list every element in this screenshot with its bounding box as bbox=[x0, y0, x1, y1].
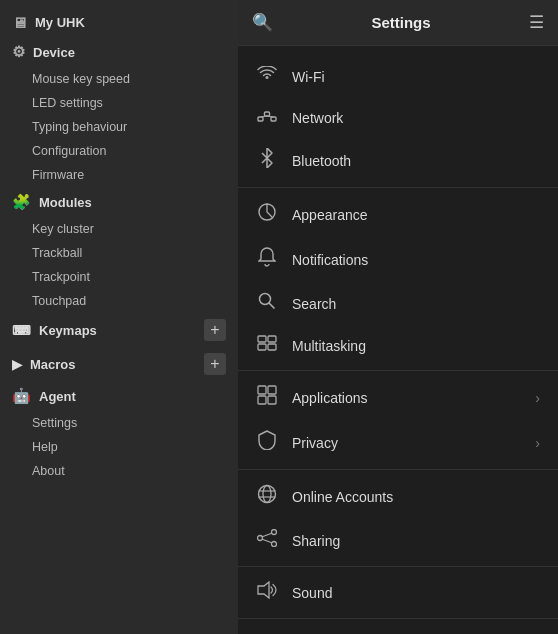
settings-group-network: Wi-Fi Network bbox=[238, 52, 558, 188]
sidebar-modules-label: Modules bbox=[39, 195, 92, 210]
svg-rect-13 bbox=[268, 386, 276, 394]
svg-point-22 bbox=[272, 542, 277, 547]
sidebar-item-typing-behaviour[interactable]: Typing behaviour bbox=[0, 115, 238, 139]
svg-marker-25 bbox=[258, 582, 269, 598]
sidebar-item-help[interactable]: Help bbox=[0, 435, 238, 459]
sidebar-keymaps[interactable]: ⌨ Keymaps bbox=[12, 323, 97, 338]
sidebar-item-configuration[interactable]: Configuration bbox=[0, 139, 238, 163]
svg-point-17 bbox=[263, 486, 271, 503]
sidebar-item-about[interactable]: About bbox=[0, 459, 238, 483]
macros-icon: ▶ bbox=[12, 357, 22, 372]
settings-row-notifications[interactable]: Notifications bbox=[238, 237, 558, 282]
svg-line-3 bbox=[261, 116, 268, 117]
wifi-label: Wi-Fi bbox=[292, 69, 540, 85]
sidebar-macros-section: ▶ Macros + bbox=[0, 347, 238, 381]
topbar-title: Settings bbox=[283, 14, 519, 31]
svg-line-24 bbox=[262, 539, 271, 542]
wifi-icon bbox=[256, 66, 278, 87]
svg-rect-8 bbox=[258, 336, 266, 342]
sidebar-modules[interactable]: 🧩 Modules bbox=[0, 187, 238, 217]
sidebar-item-touchpad[interactable]: Touchpad bbox=[0, 289, 238, 313]
settings-row-search[interactable]: Search bbox=[238, 282, 558, 325]
svg-rect-2 bbox=[271, 117, 276, 121]
svg-rect-1 bbox=[265, 112, 270, 116]
sidebar-keymaps-section: ⌨ Keymaps + bbox=[0, 313, 238, 347]
svg-point-21 bbox=[272, 530, 277, 535]
svg-rect-15 bbox=[268, 396, 276, 404]
svg-point-20 bbox=[258, 536, 263, 541]
online-accounts-icon bbox=[256, 484, 278, 509]
privacy-icon bbox=[256, 430, 278, 455]
topbar-search-icon[interactable]: 🔍 bbox=[252, 12, 273, 33]
privacy-label: Privacy bbox=[292, 435, 521, 451]
sidebar-item-mouse-key-speed[interactable]: Mouse key speed bbox=[0, 67, 238, 91]
notifications-label: Notifications bbox=[292, 252, 540, 268]
sidebar-macros[interactable]: ▶ Macros bbox=[12, 357, 76, 372]
applications-label: Applications bbox=[292, 390, 521, 406]
sidebar-item-trackball[interactable]: Trackball bbox=[0, 241, 238, 265]
sidebar-item-firmware[interactable]: Firmware bbox=[0, 163, 238, 187]
svg-rect-11 bbox=[268, 344, 276, 350]
agent-icon: 🤖 bbox=[12, 387, 31, 405]
settings-row-sound[interactable]: Sound bbox=[238, 571, 558, 614]
svg-line-23 bbox=[262, 533, 271, 536]
svg-line-4 bbox=[267, 116, 274, 117]
svg-rect-14 bbox=[258, 396, 266, 404]
sidebar-device[interactable]: ⚙ Device bbox=[0, 37, 238, 67]
settings-row-network[interactable]: Network bbox=[238, 97, 558, 138]
sidebar-item-key-cluster[interactable]: Key cluster bbox=[0, 217, 238, 241]
svg-rect-10 bbox=[258, 344, 266, 350]
settings-row-online-accounts[interactable]: Online Accounts bbox=[238, 474, 558, 519]
svg-line-7 bbox=[269, 303, 274, 308]
sidebar-item-trackpoint[interactable]: Trackpoint bbox=[0, 265, 238, 289]
sidebar-agent[interactable]: 🤖 Agent bbox=[0, 381, 238, 411]
device-icon: ⚙ bbox=[12, 43, 25, 61]
settings-row-bluetooth[interactable]: Bluetooth bbox=[238, 138, 558, 183]
topbar: 🔍 Settings ☰ bbox=[238, 0, 558, 46]
sidebar: 🖥 My UHK ⚙ Device Mouse key speed LED se… bbox=[0, 0, 238, 634]
applications-chevron-icon: › bbox=[535, 390, 540, 406]
svg-rect-9 bbox=[268, 336, 276, 342]
appearance-icon bbox=[256, 202, 278, 227]
modules-icon: 🧩 bbox=[12, 193, 31, 211]
settings-row-applications[interactable]: Applications › bbox=[238, 375, 558, 420]
network-label: Network bbox=[292, 110, 540, 126]
settings-row-appearance[interactable]: Appearance bbox=[238, 192, 558, 237]
svg-rect-12 bbox=[258, 386, 266, 394]
sidebar-item-settings[interactable]: Settings bbox=[0, 411, 238, 435]
search-label: Search bbox=[292, 296, 540, 312]
sidebar-device-label: Device bbox=[33, 45, 75, 60]
privacy-chevron-icon: › bbox=[535, 435, 540, 451]
settings-row-multitasking[interactable]: Multitasking bbox=[238, 325, 558, 366]
sound-label: Sound bbox=[292, 585, 540, 601]
svg-point-16 bbox=[259, 486, 276, 503]
add-keymap-button[interactable]: + bbox=[204, 319, 226, 341]
bluetooth-icon bbox=[256, 148, 278, 173]
sidebar-keymaps-label: Keymaps bbox=[39, 323, 97, 338]
keymaps-icon: ⌨ bbox=[12, 323, 31, 338]
uhk-icon: 🖥 bbox=[12, 14, 27, 31]
main-panel: 🔍 Settings ☰ Wi-Fi bbox=[238, 0, 558, 634]
sidebar-my-uhk-label: My UHK bbox=[35, 15, 85, 30]
network-icon bbox=[256, 107, 278, 128]
applications-icon bbox=[256, 385, 278, 410]
bluetooth-label: Bluetooth bbox=[292, 153, 540, 169]
settings-group-accounts: Online Accounts Sharing bbox=[238, 470, 558, 567]
add-macro-button[interactable]: + bbox=[204, 353, 226, 375]
notifications-icon bbox=[256, 247, 278, 272]
settings-list: Wi-Fi Network bbox=[238, 46, 558, 634]
settings-row-wifi[interactable]: Wi-Fi bbox=[238, 56, 558, 97]
settings-group-apps: Applications › Privacy › bbox=[238, 371, 558, 470]
topbar-menu-icon[interactable]: ☰ bbox=[529, 12, 544, 33]
online-accounts-label: Online Accounts bbox=[292, 489, 540, 505]
search-icon bbox=[256, 292, 278, 315]
settings-row-sharing[interactable]: Sharing bbox=[238, 519, 558, 562]
sidebar-macros-label: Macros bbox=[30, 357, 76, 372]
sidebar-my-uhk[interactable]: 🖥 My UHK bbox=[0, 8, 238, 37]
multitasking-label: Multitasking bbox=[292, 338, 540, 354]
sound-icon bbox=[256, 581, 278, 604]
sidebar-item-led-settings[interactable]: LED settings bbox=[0, 91, 238, 115]
settings-row-privacy[interactable]: Privacy › bbox=[238, 420, 558, 465]
svg-rect-0 bbox=[258, 117, 263, 121]
settings-group-appearance: Appearance Notifications bbox=[238, 188, 558, 371]
